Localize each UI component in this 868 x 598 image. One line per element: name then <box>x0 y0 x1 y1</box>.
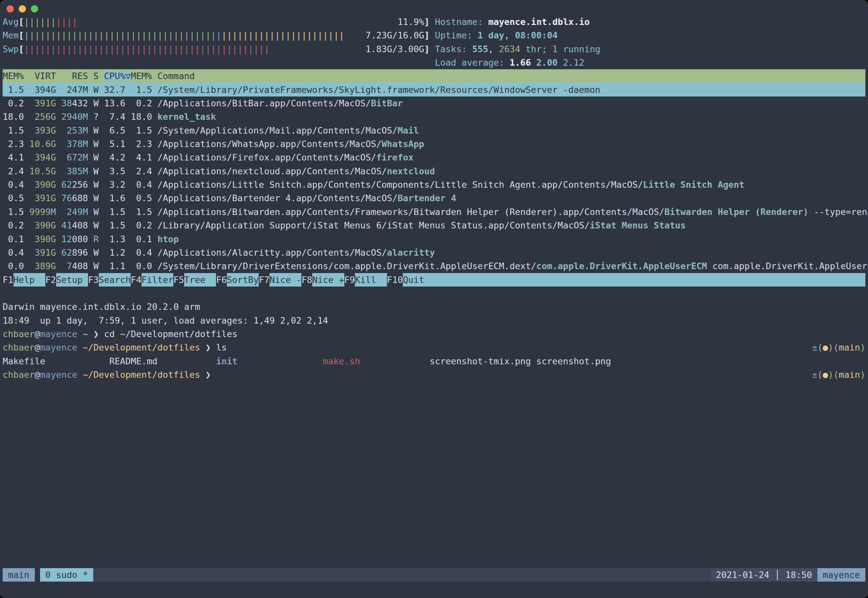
header-columns[interactable]: MEM% VIRT RES S <box>3 71 104 81</box>
swp-meter-parts: [ <box>19 44 24 54</box>
prompt-text: chbaer <box>3 342 35 353</box>
process-table-header[interactable]: MEM% VIRT RES S CPU%▽MEM% Command <box>3 69 865 83</box>
tmux-hostname-badge: mayence <box>817 568 865 582</box>
process-cell <box>56 247 61 258</box>
process-cell: M <box>51 207 56 217</box>
process-row[interactable]: 0.0 389G 7408 W 1.1 0.0 /System/Library/… <box>3 259 868 273</box>
terminal-window[interactable]: Avg[|||||||||| 11.9%] Hostname: mayence.… <box>0 0 868 598</box>
shell-text: 18:49 up 1 day, 7:59, 1 user, load avera… <box>3 315 328 326</box>
process-row[interactable]: 0.1 390G 12080 R 1.3 0.1 htop <box>3 232 868 246</box>
fkey-f2-setup[interactable]: Setup <box>56 273 88 287</box>
git-status-text: ( <box>833 342 838 353</box>
git-status-text: ) <box>828 369 833 380</box>
process-row[interactable]: 1.5 393G 253M W 6.5 1.5 /System/Applicat… <box>3 124 868 137</box>
prompt-left: chbaer@mayence ~/Development/dotfiles ❯ <box>3 368 211 381</box>
process-cell: 62 <box>61 179 72 190</box>
process-row[interactable]: 0.2 391G 38432 W 13.6 0.2 /Applications/… <box>3 97 868 110</box>
process-cell: W <box>88 179 104 190</box>
fkey-f5-tree[interactable]: Tree <box>184 273 216 287</box>
prompt-text: @ <box>35 369 40 380</box>
prompt-spacer <box>211 368 812 381</box>
process-row[interactable]: 1.5 9999M 249M W 1.5 1.5 /Applications/B… <box>3 205 868 218</box>
process-cell: BitBar <box>371 98 403 108</box>
process-row[interactable]: 4.1 394G 672M W 4.2 4.1 /Applications/Fi… <box>3 151 868 164</box>
shell-text: README.md <box>109 356 216 366</box>
git-status-text: main <box>839 342 860 353</box>
prompt-text: ls <box>216 342 227 353</box>
mem-meter-parts: ] <box>424 30 430 40</box>
zoom-button[interactable] <box>31 5 38 12</box>
system-info: Hostname: <box>435 17 488 27</box>
minimize-button[interactable] <box>19 5 26 12</box>
process-cell: /Applications/nextcloud.app/Contents/Mac… <box>157 166 387 176</box>
process-cell: 2 <box>61 112 67 122</box>
terminal-screen[interactable]: Avg[|||||||||| 11.9%] Hostname: mayence.… <box>3 15 868 381</box>
process-cell: /Applications/Little Snitch.app/Contents… <box>157 179 643 190</box>
process-row[interactable]: 0.4 391G 62896 W 1.2 0.4 /Applications/A… <box>3 246 868 259</box>
process-row[interactable]: 1.5 394G 247M W 32.7 1.5 /System/Library… <box>3 83 865 97</box>
process-cell: 1.3 0.1 <box>104 234 157 244</box>
process-row[interactable]: 0.4 390G 62256 W 3.2 0.4 /Applications/L… <box>3 178 868 191</box>
fkey-f10-quit[interactable]: Quit <box>403 273 424 287</box>
process-row[interactable]: 2.3 10.6G 378M W 5.1 2.3 /Applications/W… <box>3 137 868 151</box>
process-row[interactable]: 0.5 391G 76688 W 1.6 0.5 /Applications/B… <box>3 191 868 205</box>
fkey-label-f3: F3 <box>88 273 99 287</box>
prompt-text <box>78 342 83 353</box>
fkey-f9-kill[interactable]: Kill <box>355 273 387 287</box>
process-cell: ? <box>88 112 104 122</box>
process-cell: 394G <box>29 152 56 163</box>
prompt-text: @ <box>35 342 40 353</box>
process-cell <box>99 234 104 244</box>
shell-text: Makefile <box>3 356 109 366</box>
process-cell: 1.5 <box>3 207 29 217</box>
process-cell: W 13.6 0.2 <box>88 98 157 108</box>
process-cell: /Applications/Bitwarden.app/Contents/Fra… <box>157 207 664 217</box>
process-cell <box>56 152 61 163</box>
fkey-f4-filter[interactable]: Filter <box>142 273 174 287</box>
process-cell: 385M <box>61 166 88 176</box>
process-cell <box>56 112 61 122</box>
swp-meter-parts: Swp <box>3 44 19 54</box>
fkey-f6-sortby[interactable]: SortBy <box>227 273 259 287</box>
fkey-label-f5: F5 <box>173 273 184 287</box>
prompt-spacer <box>227 341 812 354</box>
sort-column-cpu[interactable]: CPU%▽ <box>104 71 131 81</box>
process-cell: 0.5 <box>3 193 29 203</box>
fkey-f3-search[interactable]: Search <box>99 273 131 287</box>
process-cell <box>56 207 61 217</box>
process-cell: 378M <box>61 139 88 149</box>
fkey-f7-nice-[interactable]: Nice - <box>269 273 302 287</box>
avg-meter-parts <box>78 17 398 27</box>
process-cell: W <box>88 247 104 258</box>
swp-meter-parts: ||||||||||||||||||||||||||||||||||||||||… <box>24 44 269 54</box>
fkey-f1-help[interactable]: Help <box>13 273 46 287</box>
process-cell: 1.5 <box>3 126 29 136</box>
tmux-window-tab[interactable]: 0 sudo * <box>40 568 94 582</box>
tmux-datetime: 2021-01-24 │ 18:50 <box>711 568 817 582</box>
prompt-text: mayence <box>40 369 78 380</box>
tmux-status-bar: main 0 sudo * 2021-01-24 │ 18:50 mayence <box>3 568 865 582</box>
process-cell: /Applications/WhatsApp.app/Contents/MacO… <box>157 139 382 149</box>
shell-text: init <box>216 356 237 366</box>
process-row[interactable]: 18.0 256G 2940M ? 7.4 18.0 kernel_task <box>3 110 868 123</box>
header-columns[interactable]: MEM% Command <box>131 71 195 81</box>
process-row[interactable]: 2.4 10.5G 385M W 3.5 2.4 /Applications/n… <box>3 164 868 178</box>
system-info: 2634 <box>499 44 520 54</box>
shell-text <box>78 329 83 339</box>
process-cell: W <box>88 166 104 176</box>
fkey-label-f2: F2 <box>45 273 56 287</box>
mem-meter-parts: Mem <box>3 30 19 40</box>
fkey-f8-nice-[interactable]: Nice + <box>312 273 344 287</box>
process-cell: iStat Menus Status <box>590 220 686 230</box>
shell-text: chbaer <box>3 329 35 339</box>
process-cell: 080 <box>72 234 88 244</box>
tmux-gap <box>35 568 40 582</box>
close-button[interactable] <box>7 5 14 12</box>
shell-text: screenshot.png <box>536 356 611 366</box>
tmux-session-tab[interactable]: main <box>3 568 35 582</box>
htop-function-key-bar: F1Help F2Setup F3SearchF4FilterF5Tree F6… <box>3 273 865 287</box>
process-row[interactable]: 0.2 390G 41408 W 1.5 0.2 /Library/Applic… <box>3 218 868 232</box>
mem-meter-parts: [ <box>19 30 24 40</box>
process-cell: W <box>88 139 104 149</box>
process-cell: 6.5 1.5 <box>104 126 157 136</box>
